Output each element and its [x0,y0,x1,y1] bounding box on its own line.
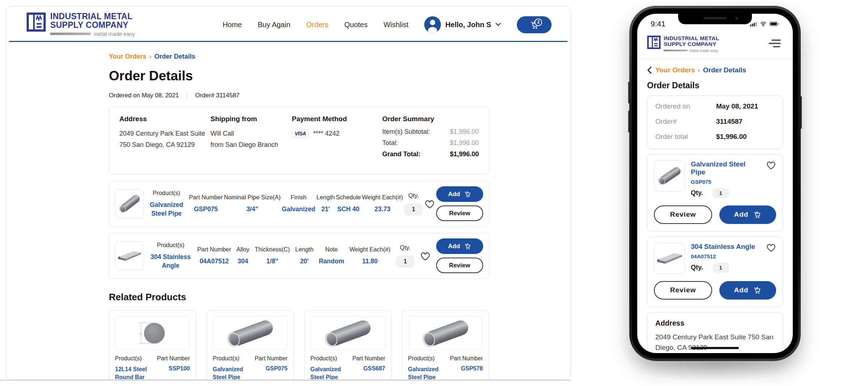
review-button[interactable]: Review [654,205,712,224]
product-name-link[interactable]: 304 Stainless Angle [691,243,760,251]
product-name-link[interactable]: Galvanized Steel Pipe [310,365,354,380]
phone-power-button [800,96,802,129]
nav-home[interactable]: Home [222,21,242,29]
product-thumbnail[interactable] [408,316,483,350]
add-label: Add [734,211,749,219]
status-time: 9:41 [651,20,665,28]
nav-orders[interactable]: Orders [306,21,328,29]
company-logo[interactable]: INDUSTRIAL METAL SUPPLY COMPANY metal ma… [26,12,135,37]
hamburger-menu-icon[interactable] [766,37,783,51]
pipe-image [223,317,277,349]
add-to-cart-button[interactable]: Add [719,281,776,300]
part-number-value: GSP578 [461,365,483,380]
qty-label: Qty. [691,189,703,197]
product-thumbnail[interactable]: A [115,316,190,350]
shipping-line1: Will Call [210,128,292,139]
ordered-on-label: Ordered on [655,102,716,110]
spec-value: 1/8" [267,257,278,266]
phone-speaker [703,17,727,19]
product-thumbnail[interactable] [115,189,144,218]
cart-icon [753,286,761,294]
account-menu[interactable]: Hello, John S [424,16,501,33]
address-line2: 750 San Diego, CA 92129 [119,139,210,150]
nav-quotes[interactable]: Quotes [344,21,367,29]
spec-value: 20' [300,257,309,266]
product-name-link[interactable]: Galvanized Steel Pipe [145,201,188,218]
spec-value: GSP075 [194,205,218,214]
products-column-header: Product(s) [115,355,142,362]
summary-row: Order# 3114587 [655,118,775,126]
total-label: Total: [382,139,398,147]
order-summary-section: Order Summary Item(s) Subtotal: $1,996.0… [382,115,479,162]
products-column-header: Product(s) [310,355,337,362]
qty-field[interactable]: 1 [712,188,729,198]
review-button[interactable]: Review [436,205,483,221]
home-indicator[interactable] [691,347,739,349]
product-thumbnail[interactable] [310,316,385,350]
product-name-link[interactable]: 12L14 Steel Round Bar [115,365,159,380]
product-thumbnail[interactable] [654,243,685,274]
main-nav: Home Buy Again Orders Quotes Wishlist He… [222,16,552,33]
page-title: Order Details [647,81,783,90]
product-name-link[interactable]: Galvanized Steel Pipe [691,160,760,176]
order-meta: Ordered on May 08, 2021 Order# 3114587 [109,92,489,99]
product-name-link[interactable]: Galvanized Steel Pipe [213,365,257,380]
wishlist-heart-icon[interactable] [420,251,431,261]
logo-tagline: metal made easy [689,48,718,53]
total-value: $1,996.00 [450,139,479,147]
company-logo[interactable]: INDUSTRIAL METAL SUPPLY COMPANY metal ma… [647,35,719,53]
review-button[interactable]: Review [654,281,712,300]
subtotal-label: Item(s) Subtotal: [382,128,430,136]
back-chevron-icon[interactable] [647,67,652,74]
qty-field[interactable]: 1 [396,255,414,268]
product-thumbnail[interactable] [213,316,288,350]
spec-label: Part Number [197,246,231,253]
address-text: 2049 Century Park East Suite 750 San Die… [655,332,775,353]
meta-divider [187,92,187,99]
add-to-cart-button[interactable]: Add [436,186,483,202]
product-thumbnail[interactable] [115,241,144,270]
breadcrumb-separator: › [149,53,152,60]
wishlist-heart-icon[interactable] [766,160,776,170]
ordered-on-label: Ordered on May 08, 2021 [109,92,179,99]
payment-title: Payment Method [292,115,382,123]
breadcrumb-separator: › [698,66,700,74]
subtotal-value: $1,996.00 [450,128,479,136]
order-info-card: Address 2049 Century Park East Suite 750… [109,107,489,174]
visa-logo: VISA [292,130,309,137]
phone-camera [735,17,738,20]
spec-value: Random [319,257,344,266]
cart-icon [464,243,471,250]
breadcrumb-order-details[interactable]: Order Details [154,53,195,60]
address-section: Address 2049 Century Park East Suite 750… [119,115,210,162]
product-thumbnail[interactable] [654,160,685,191]
cart-badge: 2 [535,18,542,26]
card-masked-number: **** 4242 [313,128,340,139]
order-number-label: Order# [655,118,716,126]
breadcrumb-order-details[interactable]: Order Details [703,66,746,74]
part-number-value: GSP075 [691,179,760,185]
add-to-cart-button[interactable]: Add [719,205,776,224]
cart-button[interactable]: 2 [517,16,552,33]
products-column-header: Product(s) [153,190,180,196]
nav-wishlist[interactable]: Wishlist [383,21,408,29]
grand-total-label: Grand Total: [382,150,421,158]
part-number-value: GSS687 [363,365,385,380]
phone-screen: 9:41 [637,14,793,353]
qty-field[interactable]: 1 [712,263,729,273]
review-button[interactable]: Review [436,258,483,273]
add-to-cart-button[interactable]: Add [436,238,483,254]
round-bar-image: A [125,317,180,349]
cart-icon [753,211,761,219]
product-name-link[interactable]: 304 Stainless Angle [149,253,192,270]
logo-line1: INDUSTRIAL METAL [664,35,719,41]
breadcrumb-your-orders[interactable]: Your Orders [655,66,695,74]
nav-buy-again[interactable]: Buy Again [258,21,290,29]
add-label: Add [448,191,460,198]
breadcrumb: Your Orders › Order Details [109,53,489,60]
wishlist-heart-icon[interactable] [766,243,776,252]
product-name-link[interactable]: Galvanized Steel Pipe [408,365,452,380]
breadcrumb-your-orders[interactable]: Your Orders [109,53,146,60]
wishlist-heart-icon[interactable] [424,199,435,209]
qty-field[interactable]: 1 [404,203,423,216]
